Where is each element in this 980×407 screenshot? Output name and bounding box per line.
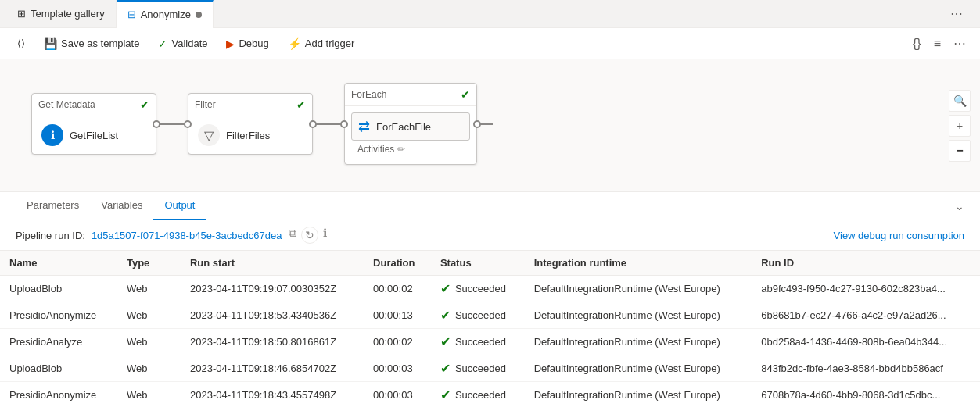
connector-line-2 — [313, 123, 344, 125]
cell-integration-runtime: DefaultIntegrationRuntime (West Europe) — [525, 355, 752, 382]
activity-filter-check: ✔ — [296, 98, 306, 111]
cell-status: ✔ Succeeded — [431, 302, 525, 329]
toolbar: ⟨⟩ 💾 Save as template ✓ Validate ▶ Debug… — [0, 28, 980, 59]
canvas-tools: 🔍 + − — [949, 90, 971, 162]
table-row[interactable]: UploadBlob Web 2023-04-11T09:19:07.00303… — [0, 276, 980, 302]
info-icon[interactable]: ℹ — [323, 227, 327, 244]
connector-dot-1 — [153, 120, 160, 128]
expand-icon: ⟨⟩ — [17, 37, 25, 49]
tab-parameters[interactable]: Parameters — [16, 192, 90, 220]
zoom-out-button[interactable]: − — [949, 140, 971, 162]
col-type: Type — [117, 251, 181, 276]
activity-get-metadata-header: Get Metadata ✔ — [32, 94, 156, 116]
more-button[interactable]: ⋯ — [949, 33, 971, 54]
cell-duration: 00:00:02 — [364, 276, 431, 302]
foreach-title: ForEach — [351, 89, 386, 100]
foreach-inner[interactable]: ⇄ ForEachFile — [351, 112, 470, 141]
debug-label: Debug — [239, 37, 268, 49]
add-trigger-button[interactable]: ⚡ Add trigger — [280, 34, 363, 54]
cell-name: PresidioAnonymize — [0, 382, 117, 408]
save-template-label: Save as template — [61, 37, 139, 49]
view-debug-link[interactable]: View debug run consumption — [834, 230, 964, 241]
connector-2 — [313, 120, 344, 128]
activity-get-metadata[interactable]: Get Metadata ✔ ℹ GetFileList — [31, 93, 156, 155]
more-tabs-button[interactable]: ⋯ — [946, 3, 967, 24]
activity-foreach[interactable]: ForEach ✔ ⇄ ForEachFile Activities ✏ — [344, 83, 477, 165]
validate-button[interactable]: ✓ Validate — [150, 34, 215, 54]
activity-filter-name: FilterFiles — [226, 130, 270, 141]
tab-anonymize[interactable]: ⊟ Anonymize — [117, 0, 214, 28]
activity-filter-header: Filter ✔ — [188, 94, 312, 116]
cell-duration: 00:00:13 — [364, 302, 431, 329]
connector-dot-3 — [309, 120, 317, 128]
status-check-icon: ✔ — [440, 387, 451, 402]
foreach-activities-row: Activities ✏ — [351, 141, 470, 158]
foreach-header: ForEach ✔ — [345, 84, 476, 106]
debug-icon: ▶ — [226, 37, 235, 50]
activity-filter-body: ▽ FilterFiles — [188, 116, 312, 154]
col-status: Status — [431, 251, 525, 276]
cell-integration-runtime: DefaultIntegrationRuntime (West Europe) — [525, 276, 752, 302]
pipeline-activities: Get Metadata ✔ ℹ GetFileList Filter ✔ ▽ … — [0, 59, 980, 188]
status-label: Succeeded — [455, 283, 506, 295]
add-trigger-label: Add trigger — [305, 37, 355, 49]
grid-icon: ⊞ — [17, 8, 26, 20]
col-name: Name — [0, 251, 117, 276]
foreach-check: ✔ — [461, 88, 470, 101]
toolbar-left: ⟨⟩ 💾 Save as template ✓ Validate ▶ Debug… — [9, 34, 362, 54]
tab-bar-left: ⊞ Template gallery ⊟ Anonymize — [6, 0, 214, 28]
cell-run-id: 6708b78a-4d60-4bb9-8068-3d1c5dbc... — [752, 382, 980, 408]
connector-line-1 — [156, 123, 188, 125]
cell-type: Web — [117, 302, 181, 329]
save-icon: 💾 — [44, 37, 57, 50]
cell-integration-runtime: DefaultIntegrationRuntime (West Europe) — [525, 302, 752, 329]
connector-dot-5 — [473, 120, 481, 128]
tab-anonymize-label: Anonymize — [141, 9, 191, 20]
connector-dot-2 — [184, 120, 192, 128]
refresh-icon[interactable]: ↻ — [301, 227, 318, 244]
status-label: Succeeded — [455, 336, 506, 348]
properties-button[interactable]: ≡ — [929, 34, 946, 54]
tab-template-gallery-label: Template gallery — [31, 8, 105, 20]
expand-button[interactable]: ⟨⟩ — [9, 34, 33, 53]
output-table: Name Type Run start Duration Status Inte… — [0, 251, 980, 407]
cell-integration-runtime: DefaultIntegrationRuntime (West Europe) — [525, 382, 752, 408]
save-template-button[interactable]: 💾 Save as template — [36, 34, 147, 54]
cell-status: ✔ Succeeded — [431, 382, 525, 408]
tab-output-label: Output — [164, 199, 195, 211]
run-id-label: Pipeline run ID: — [16, 230, 85, 241]
output-table-container: Name Type Run start Duration Status Inte… — [0, 251, 980, 407]
search-canvas-button[interactable]: 🔍 — [949, 90, 971, 112]
copy-icon[interactable]: ⧉ — [289, 227, 296, 244]
col-integration-runtime: Integration runtime — [525, 251, 752, 276]
cell-type: Web — [117, 276, 181, 302]
cell-run-start: 2023-04-11T09:18:46.6854702Z — [181, 355, 364, 382]
tab-template-gallery[interactable]: ⊞ Template gallery — [6, 0, 117, 28]
status-check-icon: ✔ — [440, 334, 451, 349]
tab-parameters-label: Parameters — [27, 199, 79, 211]
zoom-in-button[interactable]: + — [949, 115, 971, 137]
cell-run-start: 2023-04-11T09:18:43.4557498Z — [181, 382, 364, 408]
debug-button[interactable]: ▶ Debug — [218, 34, 276, 54]
panel-tabs-left: Parameters Variables Output — [16, 192, 206, 220]
activity-filter[interactable]: Filter ✔ ▽ FilterFiles — [188, 93, 313, 155]
status-label: Succeeded — [455, 389, 506, 401]
edit-icon[interactable]: ✏ — [397, 144, 405, 155]
dirty-indicator — [196, 12, 202, 18]
code-view-button[interactable]: {} — [908, 34, 926, 54]
tab-output[interactable]: Output — [153, 192, 206, 220]
col-duration: Duration — [364, 251, 431, 276]
cell-status: ✔ Succeeded — [431, 329, 525, 355]
table-row[interactable]: PresidioAnonymize Web 2023-04-11T09:18:4… — [0, 382, 980, 408]
cell-duration: 00:00:02 — [364, 329, 431, 355]
cell-run-id: ab9fc493-f950-4c27-9130-602c823ba4... — [752, 276, 980, 302]
cell-status: ✔ Succeeded — [431, 355, 525, 382]
table-row[interactable]: PresidioAnalyze Web 2023-04-11T09:18:50.… — [0, 329, 980, 355]
table-row[interactable]: UploadBlob Web 2023-04-11T09:18:46.68547… — [0, 355, 980, 382]
cell-run-start: 2023-04-11T09:19:07.0030352Z — [181, 276, 364, 302]
cell-run-id: 0bd258a4-1436-4469-808b-6ea04b344... — [752, 329, 980, 355]
panel-collapse-button[interactable]: ⌄ — [955, 200, 964, 212]
table-row[interactable]: PresidioAnonymize Web 2023-04-11T09:18:5… — [0, 302, 980, 329]
table-header-row: Name Type Run start Duration Status Inte… — [0, 251, 980, 276]
tab-variables[interactable]: Variables — [90, 192, 153, 220]
